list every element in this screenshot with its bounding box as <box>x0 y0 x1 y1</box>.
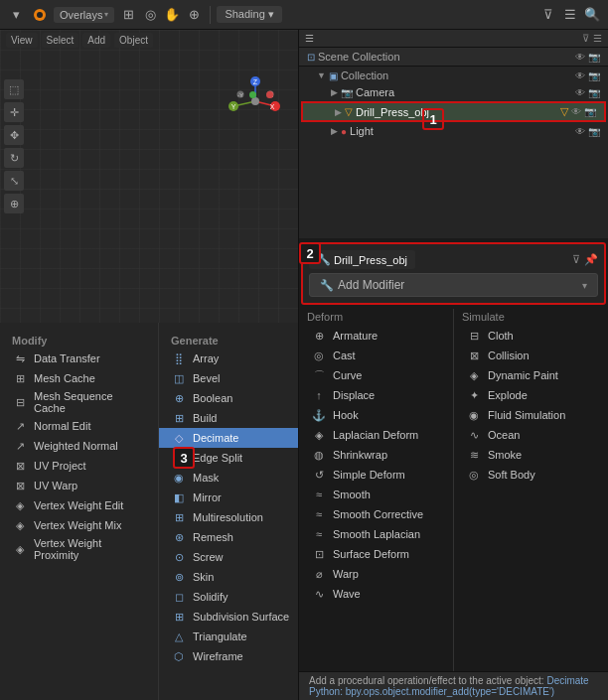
mirror-icon: ◧ <box>171 490 187 505</box>
menu-item-vw-edit[interactable]: ◈ Vertex Weight Edit <box>0 495 158 515</box>
menu-item-uv-project[interactable]: ⊠ UV Project <box>0 456 158 476</box>
drill-label[interactable]: Drill_Press_obj <box>356 106 429 118</box>
menu-item-screw[interactable]: ⊙ Screw <box>159 547 298 567</box>
cam-render[interactable]: 📷 <box>588 87 600 98</box>
menu-item-multires[interactable]: ⊞ Multiresolution <box>159 507 298 527</box>
pin-btn[interactable]: 📌 <box>584 253 598 266</box>
content-area: View Select Add Object ⬚ ✛ ✥ ↻ ⤡ ⊕ <box>0 30 608 700</box>
menu-item-normal-edit[interactable]: ↗ Normal Edit <box>0 416 158 436</box>
menu-item-weighted-normal[interactable]: ↗ Weighted Normal <box>0 436 158 456</box>
light-cam[interactable]: 📷 <box>588 126 600 137</box>
menu-item-warp[interactable]: ⌀ Warp <box>299 564 453 584</box>
obj-name[interactable]: Drill_Press_obj <box>334 254 407 266</box>
menu-item-data-transfer[interactable]: ⇋ Data Transfer <box>0 349 158 368</box>
menu-item-boolean[interactable]: ⊕ Boolean <box>159 388 298 408</box>
menu-item-ocean[interactable]: ∿ Ocean <box>454 425 608 445</box>
overlays-dropdown[interactable]: Overlays ▾ <box>54 7 114 23</box>
viewport[interactable]: View Select Add Object ⬚ ✛ ✥ ↻ ⤡ ⊕ <box>0 30 298 323</box>
light-eye[interactable]: 👁 <box>575 126 585 137</box>
select-menu-btn[interactable]: Select <box>42 33 79 48</box>
collection-tri: ▼ <box>317 70 326 80</box>
filter-icon[interactable]: ⊽ <box>538 5 558 25</box>
grid-icon[interactable]: ⊞ <box>118 5 138 25</box>
menu-item-smooth[interactable]: ≈ Smooth <box>299 485 453 504</box>
menu-item-smooth-corrective[interactable]: ≈ Smooth Corrective <box>299 504 453 524</box>
collection-label[interactable]: Collection <box>341 70 388 81</box>
menu-item-surface-deform[interactable]: ⊡ Surface Deform <box>299 544 453 564</box>
menu-item-explode[interactable]: ✦ Explode <box>454 385 608 405</box>
menu-item-remesh[interactable]: ⊛ Remesh <box>159 527 298 547</box>
menu-item-solidify[interactable]: ◻ Solidify <box>159 587 298 607</box>
menu-item-skin[interactable]: ⊚ Skin <box>159 567 298 587</box>
menu-item-fluid-sim[interactable]: ◉ Fluid Simulation <box>454 405 608 425</box>
menu-item-smooth-lap[interactable]: ≈ Smooth Laplacian <box>299 524 453 544</box>
menu-item-triangulate[interactable]: △ Triangulate <box>159 627 298 646</box>
menu-item-armature[interactable]: ⊕ Armature <box>299 326 453 346</box>
menu-item-subsurf[interactable]: ⊞ Subdivision Surface <box>159 607 298 627</box>
hand-icon[interactable]: ✋ <box>162 5 182 25</box>
menu-item-bevel[interactable]: ◫ Bevel <box>159 368 298 388</box>
scale-btn[interactable]: ⤡ <box>4 171 24 191</box>
hook-label: Hook <box>333 409 359 421</box>
scene-cam[interactable]: 📷 <box>588 52 600 63</box>
cam-eye[interactable]: 👁 <box>575 87 585 98</box>
settings-icon[interactable]: ☰ <box>560 5 580 25</box>
menu-item-mirror[interactable]: ◧ Mirror <box>159 488 298 507</box>
light-label[interactable]: Light <box>350 125 374 137</box>
search-icon[interactable]: 🔍 <box>582 5 602 25</box>
menu-item-curve[interactable]: ⌒ Curve <box>299 365 453 385</box>
view-menu-btn[interactable]: View <box>6 33 38 48</box>
coll-eye[interactable]: 👁 <box>575 70 585 81</box>
add-modifier-btn[interactable]: 🔧 Add Modifier ▾ <box>309 273 598 297</box>
add-modifier-inner: 🔧 Add Modifier <box>320 278 404 292</box>
menu-item-mesh-seq-cache[interactable]: ⊟ Mesh Sequence Cache <box>0 388 158 416</box>
menu-item-dynamic-paint[interactable]: ◈ Dynamic Paint <box>454 365 608 385</box>
menu-item-vw-prox[interactable]: ◈ Vertex Weight Proximity <box>0 535 158 563</box>
menu-item-vw-mix[interactable]: ◈ Vertex Weight Mix <box>0 515 158 535</box>
coll-cam[interactable]: 📷 <box>588 70 600 81</box>
outliner-settings[interactable]: ☰ <box>593 33 602 44</box>
weighted-normal-icon: ↗ <box>12 438 28 454</box>
menu-item-hook[interactable]: ⚓ Hook <box>299 405 453 425</box>
filter-props-btn[interactable]: ⊽ <box>572 253 580 266</box>
menu-item-collision[interactable]: ⊠ Collision <box>454 346 608 365</box>
mirror-label: Mirror <box>193 491 222 503</box>
menu-item-cast[interactable]: ◎ Cast <box>299 346 453 365</box>
menu-item-wireframe[interactable]: ⬡ Wireframe <box>159 646 298 666</box>
menu-item-laplacian[interactable]: ◈ Laplacian Deform <box>299 425 453 445</box>
menu-item-soft-body[interactable]: ◎ Soft Body <box>454 465 608 485</box>
menu-item-shrinkwrap[interactable]: ◍ Shrinkwrap <box>299 445 453 465</box>
object-menu-btn[interactable]: Object <box>114 33 153 48</box>
menu-item-simple-deform[interactable]: ↺ Simple Deform <box>299 465 453 485</box>
menu-item-smoke[interactable]: ≋ Smoke <box>454 445 608 465</box>
add-menu-btn[interactable]: Add <box>82 33 110 48</box>
view-icon[interactable]: ◎ <box>140 5 160 25</box>
menu-item-wave[interactable]: ∿ Wave <box>299 584 453 604</box>
menu-item-cloth[interactable]: ⊟ Cloth <box>454 326 608 346</box>
menu-item-mask[interactable]: ◉ Mask <box>159 468 298 488</box>
menu-item-displace[interactable]: ↑ Displace <box>299 385 453 405</box>
edge-split-label: Edge Split <box>193 452 242 464</box>
menu-item-array[interactable]: ⣿ Array <box>159 349 298 368</box>
select-box-btn[interactable]: ⬚ <box>4 79 24 99</box>
menu-item-uv-warp[interactable]: ⊠ UV Warp <box>0 476 158 495</box>
filter-btn[interactable]: ⊽ <box>582 33 589 44</box>
menu-item-mesh-cache[interactable]: ⊞ Mesh Cache <box>0 368 158 388</box>
cursor-btn[interactable]: ✛ <box>4 102 24 122</box>
shading-dropdown[interactable]: Shading ▾ <box>217 6 281 23</box>
multires-icon: ⊞ <box>171 509 187 525</box>
menu-item-build[interactable]: ⊞ Build <box>159 408 298 428</box>
view3d-icon[interactable]: ▾ <box>6 5 26 25</box>
move-btn[interactable]: ✥ <box>4 125 24 145</box>
scene-eye[interactable]: 👁 <box>575 52 585 63</box>
drill-row[interactable]: ▶ ▽ Drill_Press_obj ▽ 👁 📷 <box>301 101 606 122</box>
hook-icon: ⚓ <box>311 407 327 423</box>
transform-btn[interactable]: ⊕ <box>4 194 24 213</box>
drill-eye[interactable]: 👁 <box>571 106 581 117</box>
rotate-btn[interactable]: ↻ <box>4 148 24 168</box>
menu-item-decimate[interactable]: ◇ Decimate <box>159 428 298 448</box>
drill-cam[interactable]: 📷 <box>584 106 596 117</box>
transform-icon[interactable]: ⊕ <box>184 5 204 25</box>
wave-icon: ∿ <box>311 586 327 602</box>
camera-label[interactable]: Camera <box>356 86 394 98</box>
